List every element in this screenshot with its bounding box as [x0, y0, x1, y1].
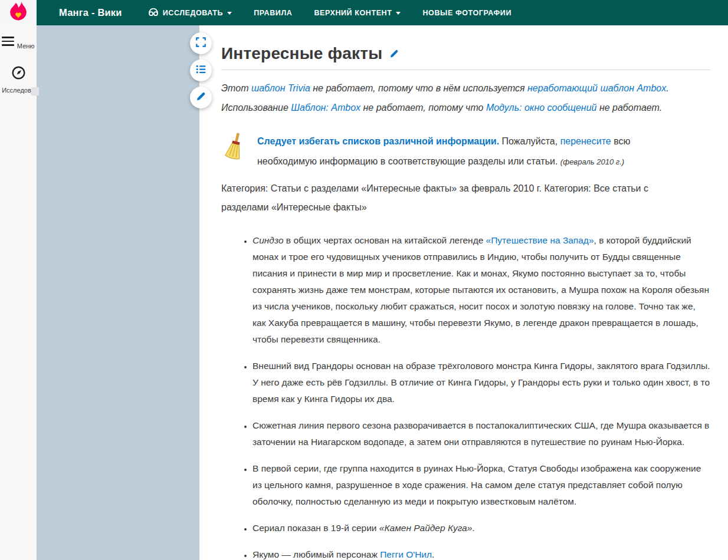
- text-segment: Сюжетная линия первого сезона разворачив…: [252, 420, 709, 447]
- chevron-down-icon: [396, 12, 401, 15]
- section-heading: Интересные факты: [221, 45, 382, 62]
- wiki-name-link[interactable]: Манга - Вики: [59, 7, 122, 18]
- flame-logo-icon: [9, 2, 27, 24]
- expand-view-button[interactable]: [190, 32, 212, 54]
- text-segment: В первой серии, где группа находится в р…: [252, 463, 701, 506]
- text-segment: не работает, потому что в нём использует…: [310, 83, 527, 93]
- broken-template-note: Этот шаблон Trivia не работает, потому ч…: [221, 78, 710, 117]
- inline-link[interactable]: неработающий шаблон Ambox: [527, 83, 666, 93]
- compass-icon: [11, 73, 27, 83]
- list-item: Сюжетная линия первого сезона разворачив…: [252, 417, 710, 450]
- text-segment: Сериал показан в 19-й серии: [252, 523, 379, 533]
- edit-section-icon[interactable]: [389, 49, 399, 61]
- categories-text: Категория: Статьи с разделами «Интересны…: [221, 179, 678, 217]
- text-segment: Синдзо: [252, 235, 284, 245]
- inline-link[interactable]: «Путешествие на Запад»: [486, 235, 594, 245]
- trivia-list: Синдзо в общих чертах основан на китайск…: [221, 232, 710, 560]
- rail-menu-button[interactable]: Меню: [0, 37, 37, 51]
- list-item: Внешний вид Грандоры основан на образе т…: [252, 358, 710, 407]
- text-segment: , в которой буддийский монах и трое его …: [252, 235, 709, 344]
- nav-item-rules[interactable]: ПРАВИЛА: [254, 9, 292, 17]
- text-segment: не работает, потому что: [360, 103, 486, 113]
- cleanup-notice: Следует избегать списков различной инфор…: [225, 131, 710, 172]
- text-segment: .: [666, 83, 668, 93]
- inline-link[interactable]: перенесите: [560, 136, 611, 146]
- pencil-icon: [196, 91, 206, 104]
- inline-link[interactable]: Следует избегать списков различной инфор…: [257, 136, 499, 146]
- inline-link[interactable]: Модуль: окно сообщений: [486, 103, 597, 113]
- collapsed-sidebar-panel[interactable]: [37, 25, 199, 560]
- text-segment: (февраль 2010 г.): [560, 157, 624, 166]
- top-navbar: Манга - Вики ИССЛЕДОВАТЬ ПРАВИЛА ВЕРХНИЙ…: [0, 0, 728, 25]
- nav-items: Манга - Вики ИССЛЕДОВАТЬ ПРАВИЛА ВЕРХНИЙ…: [37, 0, 533, 25]
- rail-explore-button[interactable]: Исследова: [0, 65, 37, 95]
- list-item: Синдзо в общих чертах основан на китайск…: [252, 232, 710, 348]
- list-item: Сериал показан в 19-й серии «Камен Райде…: [252, 520, 710, 536]
- nav-item-explore[interactable]: ИССЛЕДОВАТЬ: [148, 8, 232, 18]
- list-item: В первой серии, где группа находится в р…: [252, 460, 710, 510]
- rail-explore-label: Исследова: [2, 87, 35, 94]
- floating-toolbar: [190, 32, 212, 108]
- note-line: Этот шаблон Trivia не работает, потому ч…: [221, 78, 710, 98]
- list-item: Якумо — любимый персонаж Пегги О'Нил.: [252, 546, 710, 560]
- inline-link[interactable]: шаблон Trivia: [251, 83, 310, 93]
- left-rail: Меню Исследова: [0, 25, 37, 560]
- heading-divider: [221, 70, 710, 70]
- fandom-logo[interactable]: [0, 0, 37, 25]
- table-of-contents-icon: [196, 64, 206, 77]
- text-segment: Этот: [221, 83, 251, 93]
- inline-link[interactable]: Пегги О'Нил: [380, 549, 432, 559]
- fullscreen-icon: [196, 37, 206, 50]
- text-segment: «Камен Райдер Куга»: [379, 523, 473, 533]
- cleanup-notice-text: Следует избегать списков различной инфор…: [257, 131, 651, 172]
- rail-menu-label: Меню: [17, 42, 35, 50]
- nav-item-top-content[interactable]: ВЕРХНИЙ КОНТЕНТ: [314, 9, 401, 17]
- explore-goggles-icon: [148, 8, 159, 18]
- nav-item-label: ВЕРХНИЙ КОНТЕНТ: [314, 9, 392, 17]
- text-segment: в общих чертах основан на китайской леге…: [284, 235, 486, 245]
- text-segment: Использование: [221, 103, 291, 113]
- edit-article-button[interactable]: [190, 87, 212, 108]
- note-line: Использование Шаблон: Ambox не работает,…: [221, 98, 710, 117]
- section-heading-row: Интересные факты: [221, 45, 710, 62]
- broom-icon: [225, 131, 245, 172]
- hamburger-icon: [2, 37, 14, 48]
- text-segment: не работает.: [596, 103, 662, 113]
- nav-item-new-photos[interactable]: НОВЫЕ ФОТОГРАФИИ: [422, 9, 511, 17]
- chevron-down-icon: [227, 12, 232, 15]
- inline-link[interactable]: Шаблон: Ambox: [291, 103, 360, 113]
- text-segment: Пожалуйста,: [499, 136, 560, 146]
- text-segment: Внешний вид Грандоры основан на образе т…: [252, 361, 710, 404]
- truncated-label-box: [31, 87, 39, 95]
- nav-item-label: ИССЛЕДОВАТЬ: [163, 9, 224, 17]
- contents-button[interactable]: [190, 60, 212, 81]
- text-segment: Якумо — любимый персонаж: [252, 549, 380, 559]
- text-segment: .: [472, 523, 474, 533]
- nav-item-label: ПРАВИЛА: [254, 9, 292, 17]
- text-segment: .: [432, 549, 434, 559]
- article-content: Интересные факты Этот шаблон Trivia не р…: [199, 25, 728, 560]
- nav-item-label: НОВЫЕ ФОТОГРАФИИ: [422, 9, 511, 17]
